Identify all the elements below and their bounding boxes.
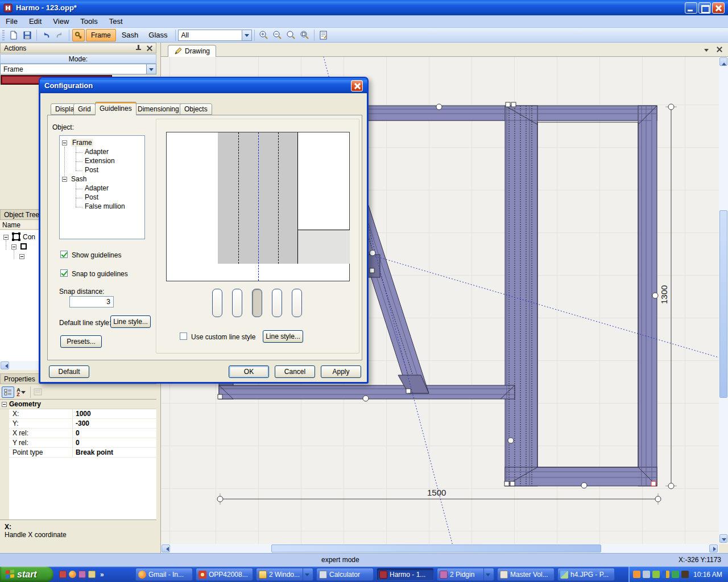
task-group-dropdown-icon[interactable] [483,568,491,580]
ok-button[interactable]: OK [229,365,269,378]
zoom-out-button[interactable] [271,29,284,41]
pidgin-icon[interactable] [78,571,86,578]
taskbar-clock[interactable]: 10:16 AM [693,571,722,579]
snap-to-guidelines-checkbox[interactable] [60,269,68,277]
dialog-close-button[interactable] [351,80,363,92]
collapse-icon[interactable] [62,140,67,146]
guideline-position-button-1[interactable] [212,289,222,317]
task-opp[interactable]: OPP42008... [196,568,253,581]
pin-icon[interactable] [135,45,142,51]
property-value[interactable]: 1000 [73,409,156,419]
scroll-right-button[interactable] [709,544,718,552]
zoom-default-button[interactable] [285,29,297,41]
new-document-button[interactable] [7,29,20,41]
menu-tools[interactable]: Tools [75,16,103,27]
task-windows-group[interactable]: 2 Windo... [256,568,313,581]
redo-button[interactable] [53,29,66,41]
minimize-button[interactable] [685,2,697,14]
task-gmail[interactable]: Gmail - In... [135,568,193,581]
collapse-icon[interactable] [62,177,67,182]
dialog-object-tree[interactable]: Frame Adapter Extension Post Sash Adapte… [59,135,145,239]
guideline-position-button-4[interactable] [272,289,282,317]
property-row[interactable]: X:1000 [0,409,156,419]
horizontal-scrollbar[interactable] [161,544,719,553]
scroll-up-button[interactable] [719,57,727,66]
start-button[interactable]: start [0,567,53,582]
tree-item-false-mullion[interactable]: False mullion [85,202,125,210]
sash-mode-button[interactable]: Sash [117,29,143,41]
firefox-icon[interactable] [69,571,76,578]
tree-item-frame-adapter[interactable]: Adapter [85,148,109,156]
glass-mode-button[interactable]: Glass [144,29,172,41]
filter-combobox[interactable]: All [178,30,252,41]
property-value[interactable]: 0 [73,429,156,438]
menu-test[interactable]: Test [104,16,129,27]
property-row[interactable]: Y:-300 [0,419,156,429]
guideline-preview[interactable] [166,132,350,281]
categorized-view-button[interactable] [2,386,14,398]
tab-list-dropdown-icon[interactable] [704,49,709,54]
use-custom-line-style-checkbox[interactable] [180,332,187,340]
property-pages-icon[interactable] [33,388,43,397]
alphabetical-sort-button[interactable]: AZ [14,386,28,398]
tree-item-sash-post[interactable]: Post [85,193,98,201]
tree-item-label[interactable]: Con [23,233,35,241]
scroll-down-button[interactable] [719,534,727,543]
tree-item-frame[interactable]: Frame [71,139,93,147]
tab-objects[interactable]: Objects [180,103,212,115]
tray-volume-icon[interactable] [643,571,650,578]
tray-windows-icon[interactable] [633,571,640,578]
restore-button[interactable] [698,2,711,14]
tab-dimensioning[interactable]: Dimensioning [133,103,184,115]
tray-network-icon[interactable] [672,571,679,578]
property-row[interactable]: Y rel:0 [0,438,156,448]
property-row[interactable]: X rel:0 [0,429,156,438]
collapse-icon[interactable] [19,254,24,259]
close-button[interactable] [712,2,725,14]
mode-combobox[interactable]: Frame [0,64,156,74]
presets-button[interactable]: Presets... [60,335,102,348]
task-calculator[interactable]: Calculator [316,568,374,581]
dialog-title-bar[interactable]: Configuration [40,78,367,93]
chevron-down-icon[interactable] [242,30,251,40]
key-mode-button[interactable] [72,29,85,41]
report-button[interactable] [317,29,330,41]
show-guidelines-checkbox[interactable] [60,251,68,258]
cancel-button[interactable]: Cancel [275,365,315,378]
task-group-dropdown-icon[interactable] [303,568,311,580]
tab-guidelines[interactable]: Guidelines [95,102,136,115]
show-desktop-icon[interactable] [88,571,96,578]
scroll-left-button[interactable] [162,544,170,552]
tab-drawing[interactable]: Drawing [168,45,216,57]
guideline-position-button-3[interactable] [252,289,262,317]
tab-grid[interactable]: Grid [73,103,96,115]
menu-view[interactable]: View [47,16,75,27]
task-pidgin-group[interactable]: 2 Pidgin [437,568,494,581]
default-button[interactable]: Default [49,365,89,378]
chevron-down-icon[interactable] [146,64,156,74]
vertical-scroll-thumb[interactable] [719,210,727,398]
zoom-fit-button[interactable] [299,29,311,41]
category-row[interactable]: Geometry [0,400,156,409]
property-value[interactable]: Break point [73,448,156,458]
task-harmo-active[interactable]: Harmo - 1... [377,568,434,581]
toolbar-grip[interactable] [2,30,5,40]
scroll-left-button[interactable] [1,361,9,369]
collapse-icon[interactable] [11,244,16,250]
close-icon[interactable] [146,45,152,51]
tree-item-frame-extension[interactable]: Extension [85,157,115,165]
default-line-style-button[interactable]: Line style... [110,315,151,328]
property-value[interactable]: -300 [73,419,156,429]
snap-distance-input[interactable] [69,296,114,307]
property-row[interactable]: Point typeBreak point [0,448,156,458]
tree-item-sash[interactable]: Sash [71,175,86,183]
tray-scheduler-icon[interactable] [681,571,689,578]
horizontal-scroll-thumb[interactable] [271,544,601,552]
custom-line-style-button[interactable]: Line style... [263,330,303,343]
tray-display-icon[interactable] [662,571,669,578]
collapse-icon[interactable] [2,402,7,407]
close-tab-icon[interactable] [716,46,722,52]
menu-file[interactable]: File [0,16,23,27]
task-image-viewer[interactable]: h4.JPG - P... [557,568,615,581]
zoom-in-button[interactable] [258,29,270,41]
